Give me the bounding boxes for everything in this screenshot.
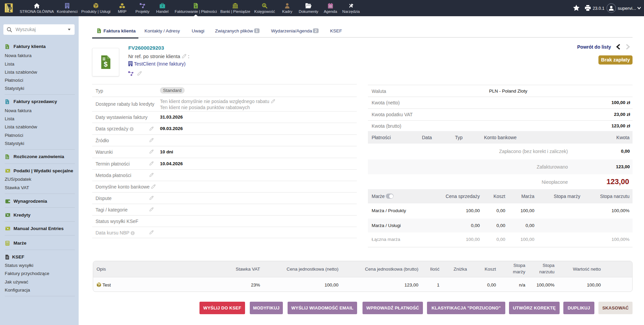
svg-text:$: $ xyxy=(7,101,8,104)
svg-text:$: $ xyxy=(104,60,107,68)
svg-text:$: $ xyxy=(99,30,100,33)
svg-text:$: $ xyxy=(195,5,197,8)
svg-text:$: $ xyxy=(263,4,265,7)
svg-text:$: $ xyxy=(7,46,8,49)
